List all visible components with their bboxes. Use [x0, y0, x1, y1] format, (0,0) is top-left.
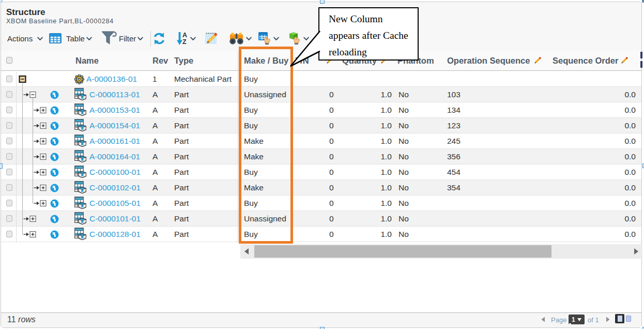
- svg-text:Z: Z: [182, 38, 187, 46]
- svg-text:A: A: [182, 32, 187, 39]
